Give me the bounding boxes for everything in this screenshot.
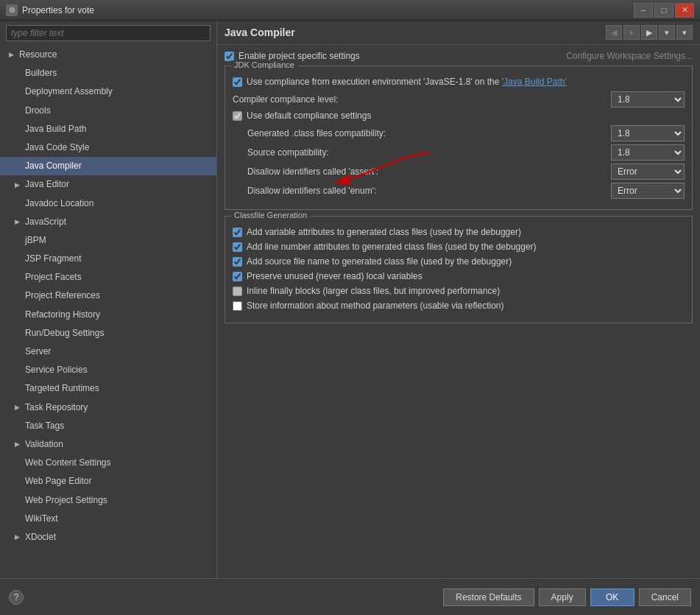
use-compliance-checkbox[interactable] — [233, 77, 242, 87]
sidebar-item-java-build-path[interactable]: Java Build Path — [0, 120, 216, 138]
enable-project-specific-label[interactable]: Enable project specific settings — [238, 51, 360, 61]
jdk-compliance-legend: JDK Compliance — [231, 60, 297, 69]
sidebar-item-xdoclet[interactable]: ▶XDoclet — [0, 528, 216, 547]
sidebar-item-web-page-editor[interactable]: Web Page Editor — [0, 472, 216, 491]
sidebar-item-label-web-project-settings: Web Project Settings — [25, 493, 107, 507]
apply-button[interactable]: Apply — [539, 588, 586, 606]
use-default-compliance-checkbox[interactable] — [233, 111, 242, 121]
sidebar-item-label-refactoring-history: Refactoring History — [25, 308, 100, 322]
sidebar-item-label-javascript: JavaScript — [25, 215, 66, 229]
minimize-button[interactable]: − — [634, 3, 653, 18]
expand-arrow-task-repository: ▶ — [15, 402, 24, 412]
add-source-filename-label: Add source file name to generated class … — [247, 256, 512, 267]
store-method-params-row: Store information about method parameter… — [233, 301, 685, 311]
footer-left: ? — [9, 590, 24, 605]
disallow-enum-row: Disallow identifiers called 'enum': Erro… — [233, 183, 685, 199]
sidebar-item-web-content-settings[interactable]: Web Content Settings — [0, 454, 216, 472]
forward-dropdown[interactable]: ▾ — [659, 25, 675, 40]
add-line-number-row: Add line number attributes to generated … — [233, 242, 685, 252]
sidebar-item-label-web-content-settings: Web Content Settings — [25, 456, 111, 470]
sidebar-item-deployment-assembly[interactable]: Deployment Assembly — [0, 82, 216, 101]
sidebar-item-run-debug-settings[interactable]: Run/Debug Settings — [0, 324, 216, 342]
dialog-footer: ? Restore Defaults Apply OK Cancel — [0, 578, 700, 615]
sidebar-item-jsp-fragment[interactable]: JSP Fragment — [0, 250, 216, 268]
disallow-assert-select[interactable]: ErrorWarningIgnore — [611, 164, 685, 180]
add-source-filename-row: Add source file name to generated class … — [233, 256, 685, 267]
sidebar-item-label-task-tags: Task Tags — [25, 419, 64, 433]
sidebar-item-java-editor[interactable]: ▶Java Editor — [0, 175, 216, 194]
sidebar-item-service-policies[interactable]: Service Policies — [0, 361, 216, 379]
sidebar-item-server[interactable]: Server — [0, 342, 216, 361]
enable-project-specific-checkbox[interactable] — [225, 52, 234, 61]
sidebar-item-javadoc-location[interactable]: Javadoc Location — [0, 194, 216, 213]
help-button[interactable]: ? — [9, 590, 24, 605]
inline-finally-checkbox[interactable] — [233, 287, 242, 296]
sidebar-item-task-tags[interactable]: Task Tags — [0, 417, 216, 435]
generated-classfiles-select[interactable]: 1.51.61.71.8 — [611, 125, 685, 141]
add-variable-row: Add variable attributes to generated cla… — [233, 227, 685, 237]
nav-buttons: ◀ ▾ ▶ ▾ ▾ — [606, 25, 693, 40]
store-method-params-label: Store information about method parameter… — [247, 301, 504, 311]
inline-finally-label: Inline finally blocks (larger class file… — [247, 286, 500, 296]
sidebar-item-label-resource: Resource — [19, 48, 57, 62]
ok-button[interactable]: OK — [590, 588, 634, 606]
preserve-unused-row: Preserve unused (never read) local varia… — [233, 271, 685, 281]
add-variable-checkbox[interactable] — [233, 228, 242, 237]
sidebar-item-validation[interactable]: ▶Validation — [0, 435, 216, 454]
enable-project-specific-row: Enable project specific settings Configu… — [225, 51, 693, 61]
sidebar-item-java-compiler[interactable]: Java Compiler — [0, 157, 216, 175]
page-title: Java Compiler — [225, 27, 295, 38]
source-compat-select[interactable]: 1.51.61.71.8 — [611, 144, 685, 161]
sidebar-item-project-facets[interactable]: Project Facets — [0, 268, 216, 287]
sidebar-item-task-repository[interactable]: ▶Task Repository — [0, 398, 216, 417]
sidebar-item-resource[interactable]: ▶Resource — [0, 46, 216, 64]
sidebar-item-builders[interactable]: Builders — [0, 64, 216, 82]
disallow-enum-label: Disallow identifiers called 'enum': — [247, 186, 611, 196]
sidebar-item-web-project-settings[interactable]: Web Project Settings — [0, 491, 216, 510]
sidebar-item-label-deployment-assembly: Deployment Assembly — [25, 85, 113, 99]
filter-input[interactable] — [6, 25, 211, 41]
cancel-button[interactable]: Cancel — [639, 588, 691, 606]
sidebar-item-java-code-style[interactable]: Java Code Style — [0, 138, 216, 157]
sidebar: ▶Resource Builders Deployment Assembly D… — [0, 21, 217, 578]
sidebar-item-label-project-references: Project References — [25, 289, 100, 303]
expand-arrow-validation: ▶ — [15, 439, 24, 449]
sidebar-item-targeted-runtimes[interactable]: Targeted Runtimes — [0, 379, 216, 398]
sidebar-item-label-java-build-path: Java Build Path — [25, 122, 86, 136]
use-default-compliance-label: Use default compliance settings — [247, 110, 371, 121]
sidebar-item-label-task-repository: Task Repository — [25, 401, 88, 415]
java-build-path-link[interactable]: 'Java Build Path' — [502, 77, 567, 87]
sidebar-item-label-java-compiler: Java Compiler — [25, 159, 82, 173]
sidebar-item-label-builders: Builders — [25, 66, 57, 80]
sidebar-item-refactoring-history[interactable]: Refactoring History — [0, 306, 216, 324]
store-method-params-checkbox[interactable] — [233, 301, 242, 311]
menu-button[interactable]: ▾ — [676, 25, 693, 40]
add-line-number-checkbox[interactable] — [233, 242, 242, 252]
source-compat-label: Source compatibility: — [247, 147, 611, 158]
preserve-unused-checkbox[interactable] — [233, 272, 242, 281]
sidebar-item-javascript[interactable]: ▶JavaScript — [0, 213, 216, 231]
sidebar-item-label-targeted-runtimes: Targeted Runtimes — [25, 382, 99, 396]
jdk-compliance-section: JDK Compliance Use compliance from execu… — [225, 66, 693, 210]
expand-arrow-xdoclet: ▶ — [15, 532, 24, 542]
dialog-body: ▶Resource Builders Deployment Assembly D… — [0, 21, 700, 578]
add-source-filename-checkbox[interactable] — [233, 257, 242, 267]
sidebar-item-project-references[interactable]: Project References — [0, 287, 216, 305]
use-compliance-row: Use compliance from execution environmen… — [233, 77, 685, 87]
back-dropdown[interactable]: ▾ — [623, 25, 640, 40]
back-button[interactable]: ◀ — [606, 25, 622, 40]
sidebar-item-label-jsp-fragment: JSP Fragment — [25, 252, 81, 266]
sidebar-item-label-server: Server — [25, 345, 51, 359]
sidebar-item-drools[interactable]: Drools — [0, 102, 216, 120]
restore-defaults-button[interactable]: Restore Defaults — [443, 588, 534, 606]
disallow-enum-select[interactable]: ErrorWarningIgnore — [611, 183, 685, 199]
configure-workspace-link[interactable]: Configure Workspace Settings... — [566, 51, 693, 61]
close-button[interactable]: ✕ — [675, 3, 694, 18]
sidebar-item-jbpm[interactable]: jBPM — [0, 231, 216, 250]
disallow-assert-row: Disallow identifiers called 'assert': Er… — [233, 164, 685, 180]
sidebar-item-wikitext[interactable]: WikiText — [0, 510, 216, 528]
compiler-compliance-select[interactable]: 1.51.61.71.891011 — [611, 91, 685, 108]
forward-button[interactable]: ▶ — [641, 25, 657, 40]
dialog-icon: ⚙ — [6, 4, 18, 16]
maximize-button[interactable]: □ — [654, 3, 674, 18]
